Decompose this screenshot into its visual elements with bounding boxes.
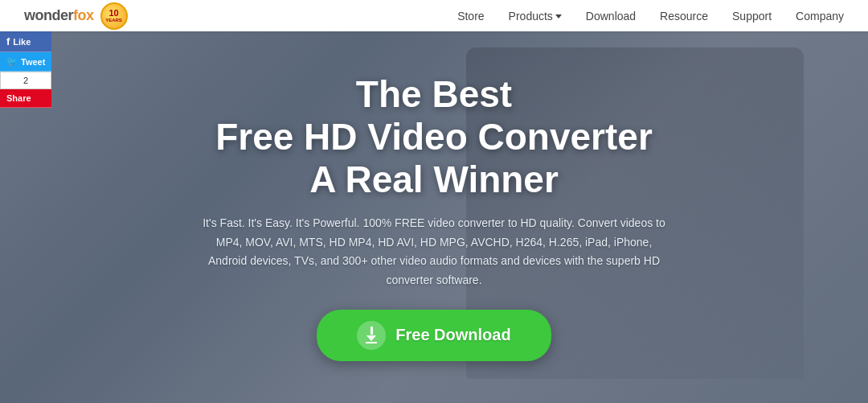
brand-logo-area: wonderfox 10 YEARS <box>24 2 128 30</box>
hero-title: The Best Free HD Video Converter A Real … <box>201 73 667 201</box>
nav-products[interactable]: Products <box>509 10 562 23</box>
nav-company[interactable]: Company <box>796 10 844 23</box>
brand-name: wonderfox <box>24 7 94 24</box>
download-icon <box>357 321 386 350</box>
free-download-button[interactable]: Free Download <box>317 310 551 361</box>
twitter-icon: 🐦 <box>6 56 18 67</box>
anniversary-badge: 10 YEARS <box>100 2 128 30</box>
nav-links: Store Products Download Resource Support… <box>457 10 844 23</box>
navbar: wonderfox 10 YEARS Store Products Downlo… <box>0 0 868 31</box>
hero-subtitle: It's Fast. It's Easy. It's Powerful. 100… <box>201 214 667 290</box>
hero-section: The Best Free HD Video Converter A Real … <box>0 31 868 403</box>
download-arrow-icon <box>366 327 377 343</box>
share-button[interactable]: Share <box>0 89 51 108</box>
nav-download[interactable]: Download <box>586 10 636 23</box>
share-count: 2 <box>0 72 51 89</box>
facebook-like-button[interactable]: f Like <box>0 31 51 52</box>
hero-content: The Best Free HD Video Converter A Real … <box>201 73 667 361</box>
nav-store[interactable]: Store <box>457 10 484 23</box>
badge-10-text: 10 <box>108 9 118 18</box>
social-sidebar: f Like 🐦 Tweet 2 Share <box>0 31 51 108</box>
nav-resource[interactable]: Resource <box>660 10 708 23</box>
badge-years-text: YEARS <box>105 18 122 23</box>
twitter-tweet-button[interactable]: 🐦 Tweet <box>0 52 51 72</box>
facebook-icon: f <box>6 35 10 47</box>
products-chevron-icon <box>555 14 562 19</box>
nav-support[interactable]: Support <box>732 10 772 23</box>
